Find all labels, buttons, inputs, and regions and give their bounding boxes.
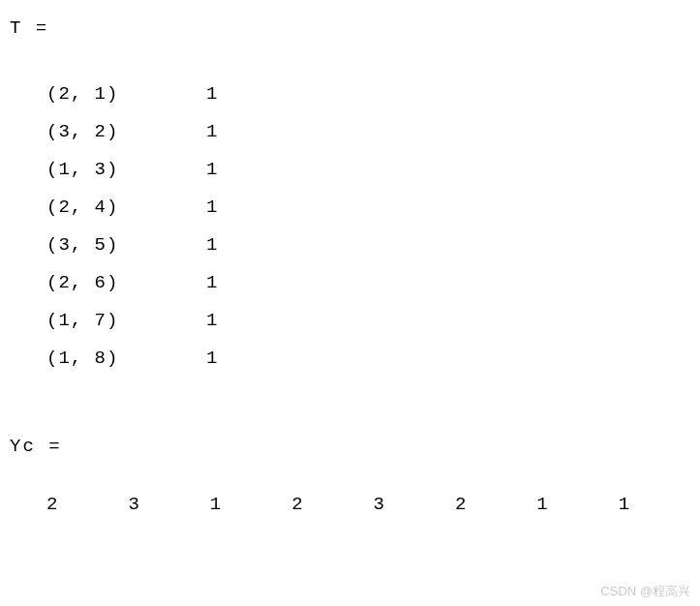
vector-value: 3 — [374, 494, 455, 515]
sparse-index: (2, 4) — [46, 189, 206, 227]
sparse-value: 1 — [206, 340, 218, 378]
sparse-index: (3, 5) — [46, 227, 206, 264]
sparse-value: 1 — [206, 302, 218, 340]
sparse-matrix-T: (2, 1) 1 (3, 2) 1 (1, 3) 1 (2, 4) 1 (3, … — [10, 76, 700, 378]
sparse-value: 1 — [206, 189, 218, 227]
sparse-index: (1, 3) — [46, 151, 206, 189]
sparse-value: 1 — [206, 227, 218, 264]
variable-name-Yc: Yc — [10, 436, 36, 457]
sparse-row: (3, 2) 1 — [10, 113, 700, 151]
vector-value: 1 — [619, 494, 700, 515]
vector-value: 2 — [46, 494, 128, 515]
sparse-row: (2, 6) 1 — [10, 264, 700, 302]
variable-header-Yc: Yc = — [10, 436, 700, 457]
vector-value: 3 — [128, 494, 209, 515]
variable-header-T: T = — [10, 17, 700, 39]
watermark: CSDN @程高兴 — [600, 583, 690, 600]
sparse-row: (1, 8) 1 — [10, 340, 700, 378]
equals-T: = — [36, 17, 48, 39]
sparse-row: (1, 7) 1 — [10, 302, 700, 340]
sparse-value: 1 — [206, 151, 218, 189]
vector-Yc: 2 3 1 2 3 2 1 1 — [10, 494, 700, 515]
vector-value: 2 — [291, 494, 373, 515]
vector-value: 2 — [455, 494, 536, 515]
sparse-value: 1 — [206, 76, 218, 113]
sparse-row: (3, 5) 1 — [10, 227, 700, 264]
sparse-row: (2, 4) 1 — [10, 189, 700, 227]
sparse-index: (1, 8) — [46, 340, 206, 378]
sparse-value: 1 — [206, 113, 218, 151]
sparse-index: (1, 7) — [46, 302, 206, 340]
variable-name-T: T — [10, 17, 22, 39]
sparse-row: (2, 1) 1 — [10, 76, 700, 113]
sparse-value: 1 — [206, 264, 218, 302]
sparse-index: (2, 6) — [46, 264, 206, 302]
vector-value: 1 — [536, 494, 618, 515]
sparse-row: (1, 3) 1 — [10, 151, 700, 189]
sparse-index: (3, 2) — [46, 113, 206, 151]
vector-value: 1 — [210, 494, 291, 515]
equals-Yc: = — [48, 436, 61, 457]
sparse-index: (2, 1) — [46, 76, 206, 113]
